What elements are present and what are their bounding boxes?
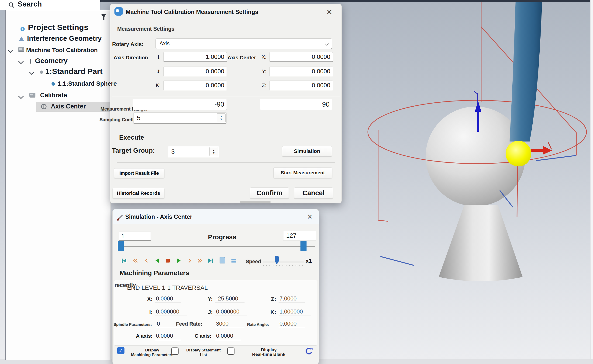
divider xyxy=(117,162,335,162)
axis-center-x-field[interactable]: 0.0000 xyxy=(270,52,333,62)
sim-x-label: X: xyxy=(136,296,153,302)
statement-line: END LEVEL 1·1 TRAVERSAL xyxy=(127,284,208,291)
sim-j-value: 0.000000 xyxy=(215,308,247,316)
play-reverse-icon[interactable] xyxy=(154,257,161,264)
step-forward-icon[interactable] xyxy=(186,257,193,264)
axis-direction-k-field[interactable]: 0.0000 xyxy=(163,80,227,90)
display-statement-list-checkbox[interactable] xyxy=(171,347,179,355)
close-icon[interactable]: × xyxy=(307,212,312,221)
speed-value: x1 xyxy=(306,258,312,264)
display-machining-parameters-checkbox[interactable]: ✓ xyxy=(117,347,124,354)
sphere-icon xyxy=(51,82,55,86)
display-realtime-blank-label: Display Real-time Blank xyxy=(242,347,295,357)
sampling-coefficient-field[interactable]: 5 ▲▼ xyxy=(133,112,227,124)
pause-block-icon[interactable] xyxy=(219,257,226,264)
speed-slider-track[interactable] xyxy=(263,261,304,263)
close-icon[interactable]: × xyxy=(327,7,332,17)
calibrate-icon xyxy=(29,92,36,98)
axis-center-icon xyxy=(40,103,47,110)
feed-rate-value: 3000 xyxy=(215,320,244,328)
section-header: Measurement Settings xyxy=(117,26,174,32)
axis-center-label: Axis Center xyxy=(228,55,256,61)
sim-y-value: -25.5000 xyxy=(215,295,244,303)
dialog-title: Machine Tool Calibration Measurement Set… xyxy=(126,9,258,15)
statement-list-icon[interactable] xyxy=(230,257,237,264)
sim-j-label: J: xyxy=(196,309,213,315)
simulation-pen-icon xyxy=(116,213,124,221)
axis-direction-i-field[interactable]: 1.0000 xyxy=(163,52,227,62)
target-group-label: Target Group: xyxy=(112,147,155,154)
machine-icon xyxy=(18,46,25,53)
feed-rate-label: Feed Rate: xyxy=(176,321,202,327)
progress-handle-start[interactable] xyxy=(118,241,124,251)
viewport-right-edge xyxy=(590,0,593,364)
speed-slider-handle[interactable] xyxy=(275,256,279,265)
previous-keyframe-icon[interactable] xyxy=(132,257,139,264)
skip-to-start-icon[interactable] xyxy=(121,257,128,264)
spinner-down-icon[interactable]: ▼ xyxy=(220,118,222,121)
rotary-axis-select[interactable]: Axis xyxy=(155,39,332,49)
swirl-icon[interactable] xyxy=(303,346,313,357)
chevron-down-icon xyxy=(325,42,329,46)
progress-handle-end[interactable] xyxy=(300,241,307,251)
search-bar[interactable]: Search xyxy=(0,0,100,10)
sim-i-label: I: xyxy=(136,309,153,315)
z-label: Z: xyxy=(259,82,266,88)
simulation-dialog-title: Simulation - Axis Center xyxy=(125,214,192,220)
spinner-up-icon[interactable]: ▲ xyxy=(220,115,222,118)
a-axis-value: 0.0000 xyxy=(155,332,181,340)
search-label: Search xyxy=(18,0,42,8)
divider xyxy=(112,96,340,96)
sim-k-label: K: xyxy=(259,309,276,315)
import-result-file-button[interactable]: Import Result File xyxy=(114,168,164,178)
historical-records-button[interactable]: Historical Records xyxy=(113,188,164,199)
measurement-settings-dialog: Machine Tool Calibration Measurement Set… xyxy=(110,4,342,203)
progress-track[interactable] xyxy=(118,246,315,247)
play-forward-icon[interactable] xyxy=(175,257,182,264)
range-min-field[interactable]: -90 xyxy=(133,99,227,110)
spindle-parameters-label: Spindle Parameters: xyxy=(114,322,152,327)
display-realtime-blank-checkbox[interactable] xyxy=(227,347,235,355)
stop-icon[interactable] xyxy=(164,257,171,264)
spinner-control[interactable]: ▲▼ xyxy=(217,113,226,122)
display-statement-list-label: Display Statement List xyxy=(179,348,228,357)
scrollbar-thumb[interactable] xyxy=(240,201,271,203)
next-keyframe-icon[interactable] xyxy=(196,257,203,264)
frame-start-field[interactable]: 1 xyxy=(119,232,151,241)
search-icon xyxy=(8,2,14,8)
progress-label: Progress xyxy=(204,234,240,241)
step-back-icon[interactable] xyxy=(143,257,150,264)
frame-end-field[interactable]: 127 xyxy=(283,231,316,240)
filter-icon[interactable] xyxy=(101,13,107,21)
spinner-up-icon[interactable]: ▲ xyxy=(213,149,215,151)
sim-y-label: Y: xyxy=(196,296,213,302)
c-axis-value: 0.0000 xyxy=(215,332,241,340)
confirm-button[interactable]: Confirm xyxy=(250,187,289,199)
axis-center-y-field[interactable]: 0.0000 xyxy=(270,66,333,76)
axis-center-z-field[interactable]: 0.0000 xyxy=(270,80,333,90)
target-group-field[interactable]: 3 ▲▼ xyxy=(168,146,219,157)
simulation-dialog: Simulation - Axis Center × 1 Progress 12… xyxy=(112,209,319,364)
axis-direction-label: Axis Direction xyxy=(114,55,148,61)
speed-slider-ticks xyxy=(263,265,304,266)
rate-angle-label: Rate Angle: xyxy=(247,322,269,327)
spinner-down-icon[interactable]: ▼ xyxy=(213,151,215,154)
simulation-button[interactable]: Simulation xyxy=(282,146,332,156)
viewport-top-edge xyxy=(100,0,590,2)
j-label: J: xyxy=(154,68,161,74)
dialog-app-icon xyxy=(115,7,123,16)
cancel-button[interactable]: Cancel xyxy=(294,187,333,199)
axis-direction-j-field[interactable]: 0.0000 xyxy=(163,66,227,76)
y-label: Y: xyxy=(259,68,266,74)
geometry-icon xyxy=(30,59,32,64)
skip-to-end-icon[interactable] xyxy=(207,257,214,264)
part-icon xyxy=(40,70,43,74)
sim-z-label: Z: xyxy=(259,296,276,302)
c-axis-label: C axis: xyxy=(195,333,211,339)
start-measurement-button[interactable]: Start Measurement xyxy=(273,167,332,178)
sim-i-value: 0.000000 xyxy=(155,308,187,316)
range-max-field[interactable]: 90 xyxy=(260,99,332,110)
machining-parameters-header: Machining Parameters xyxy=(120,269,189,277)
spinner-control[interactable]: ▲▼ xyxy=(209,147,218,156)
rotary-axis-label: Rotary Axis: xyxy=(112,41,144,47)
